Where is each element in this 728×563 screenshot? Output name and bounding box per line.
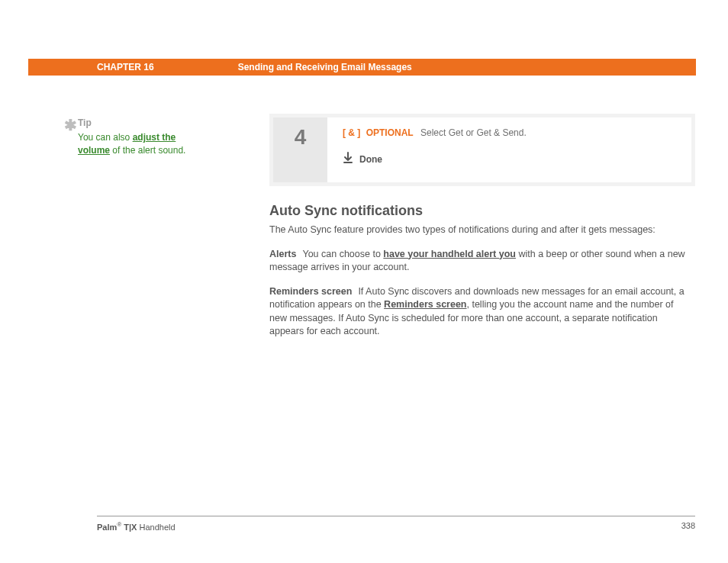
body-content: Auto Sync notifications The Auto Sync fe…: [269, 203, 688, 349]
tip-label: Tip: [78, 117, 204, 130]
page-number: 338: [681, 521, 695, 532]
chapter-header: CHAPTER 16 Sending and Receiving Email M…: [28, 59, 696, 76]
tip-text: You can also adjust the volume of the al…: [78, 131, 204, 157]
optional-label: OPTIONAL: [366, 127, 414, 138]
alerts-paragraph: AlertsYou can choose to have your handhe…: [269, 248, 688, 275]
asterisk-icon: ✱: [64, 114, 77, 136]
reminders-label: Reminders screen: [269, 286, 352, 297]
footer-product: Palm® T|X Handheld: [97, 521, 176, 532]
link-have-handheld-alert[interactable]: have your handheld alert you: [383, 249, 516, 259]
footer-brand-b: T|X: [121, 523, 137, 532]
footer-brand-suffix: Handheld: [137, 523, 175, 532]
done-arrow-icon: [343, 152, 359, 166]
chapter-title: Sending and Receiving Email Messages: [238, 62, 412, 72]
footer: Palm® T|X Handheld 338: [97, 521, 695, 532]
reminders-paragraph: Reminders screenIf Auto Sync discovers a…: [269, 285, 688, 339]
optional-prefix: [ & ]: [343, 127, 360, 138]
step-box: 4 [ & ] OPTIONAL Select Get or Get & Sen…: [269, 114, 695, 186]
alerts-before: You can choose to: [302, 249, 383, 259]
step-number: 4: [273, 117, 327, 182]
section-heading: Auto Sync notifications: [269, 203, 688, 219]
tip-block: ✱ Tip You can also adjust the volume of …: [78, 117, 204, 156]
link-reminders-screen[interactable]: Reminders screen: [384, 299, 466, 310]
step-content: [ & ] OPTIONAL Select Get or Get & Send.…: [327, 117, 691, 182]
step-instruction: Select Get or Get & Send.: [420, 127, 527, 138]
intro-paragraph: The Auto Sync feature provides two types…: [269, 224, 688, 237]
tip-text-after: of the alert sound.: [110, 145, 185, 156]
tip-text-before: You can also: [78, 132, 133, 143]
footer-brand-a: Palm: [97, 523, 117, 532]
done-label: Done: [359, 154, 382, 165]
chapter-number: CHAPTER 16: [97, 62, 154, 72]
alerts-label: Alerts: [269, 249, 296, 259]
footer-rule: [97, 516, 695, 516]
done-row: Done: [343, 152, 679, 166]
